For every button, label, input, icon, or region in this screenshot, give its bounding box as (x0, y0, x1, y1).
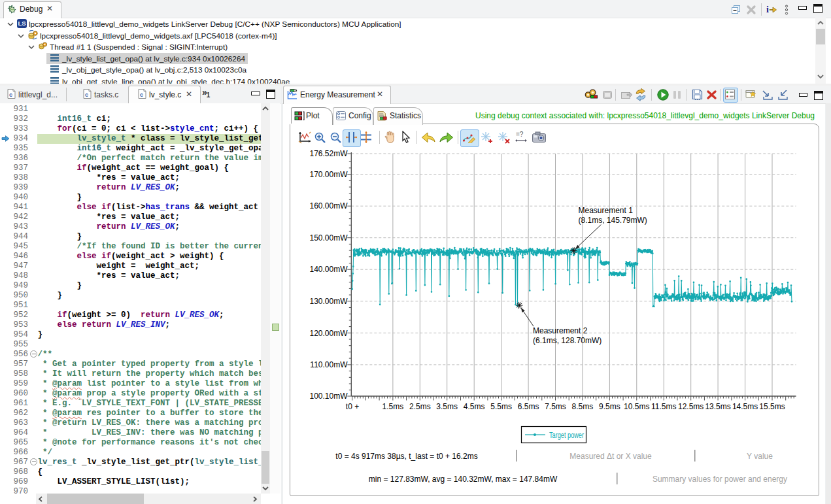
svg-text:c: c (140, 92, 143, 98)
svg-text:min = 127.83mW, avg = 140.32mW: min = 127.83mW, avg = 140.32mW, max = 14… (369, 475, 558, 484)
svg-text:176.52mW: 176.52mW (309, 149, 348, 158)
svg-text:12.5ms: 12.5ms (678, 402, 704, 411)
svg-text:5.5ms: 5.5ms (490, 402, 512, 411)
svg-text:t0 = 4s 917ms 38µs, t_last = t: t0 = 4s 917ms 38µs, t_last = t0 + 16.2ms (335, 452, 477, 461)
svg-text:3.5ms: 3.5ms (436, 402, 458, 411)
svg-text:c: c (9, 92, 12, 98)
svg-text:(6.1ms, 128.70mW): (6.1ms, 128.70mW) (533, 336, 602, 345)
svg-text:4.5ms: 4.5ms (464, 402, 485, 411)
svg-text:170.00mW: 170.00mW (309, 170, 348, 179)
svg-text:130.00mW: 130.00mW (309, 297, 348, 306)
svg-text:8.5ms: 8.5ms (572, 402, 594, 411)
svg-text:150.00mW: 150.00mW (309, 233, 348, 243)
svg-text:120.00mW: 120.00mW (309, 329, 348, 338)
svg-text:Measured Δt or X value: Measured Δt or X value (569, 452, 652, 461)
svg-text:1.5ms: 1.5ms (382, 402, 404, 411)
svg-text:13.5ms: 13.5ms (705, 402, 730, 411)
svg-text:6.5ms: 6.5ms (518, 402, 539, 411)
svg-text:Y value: Y value (747, 452, 773, 461)
svg-text:Target power: Target power (549, 431, 584, 440)
svg-text:7.5ms: 7.5ms (545, 402, 566, 411)
svg-text:14.5ms: 14.5ms (732, 402, 758, 411)
svg-text:t0 +: t0 + (346, 402, 359, 411)
svg-text:10.5ms: 10.5ms (624, 402, 649, 411)
svg-text:100.10mW: 100.10mW (309, 392, 348, 401)
svg-text:11.5ms: 11.5ms (651, 402, 676, 411)
svg-text:Summary values for power and e: Summary values for power and energy (653, 475, 787, 484)
svg-text:2.5ms: 2.5ms (409, 402, 431, 411)
svg-text:i: i (766, 5, 769, 14)
svg-text:110.00mW: 110.00mW (310, 360, 348, 369)
svg-text:c: c (85, 92, 88, 98)
svg-text:Measurement 1: Measurement 1 (579, 206, 634, 215)
svg-text:Measurement 2: Measurement 2 (533, 326, 588, 335)
svg-text:9.5ms: 9.5ms (599, 402, 620, 411)
svg-text:140.00mW: 140.00mW (309, 265, 348, 274)
svg-text:15.5ms: 15.5ms (759, 402, 785, 411)
svg-text:(8.1ms, 145.79mW): (8.1ms, 145.79mW) (579, 216, 647, 225)
svg-text:160.00mW: 160.00mW (309, 201, 348, 210)
